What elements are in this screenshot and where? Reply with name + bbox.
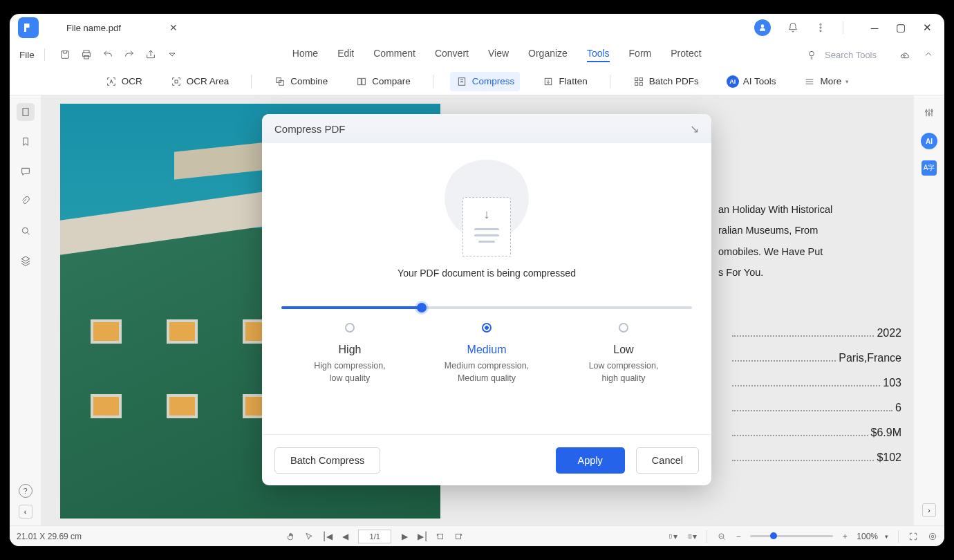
search-tools[interactable]: Search Tools — [825, 50, 877, 60]
app-logo — [18, 17, 39, 38]
tab-form[interactable]: Form — [629, 48, 652, 62]
svg-rect-10 — [279, 80, 284, 85]
bell-icon[interactable] — [787, 22, 798, 33]
svg-rect-15 — [635, 77, 637, 80]
tab-edit[interactable]: Edit — [337, 48, 354, 62]
cloud-icon[interactable] — [897, 48, 910, 62]
svg-point-20 — [22, 227, 28, 233]
rotate-right-icon[interactable] — [453, 532, 463, 541]
print-icon[interactable] — [80, 48, 93, 62]
comment-icon[interactable] — [17, 162, 35, 180]
radio-low[interactable] — [619, 323, 628, 333]
dialog-title: Compress PDF — [274, 123, 346, 135]
ai-tools-button[interactable]: AI AI Tools — [721, 72, 782, 91]
tab-organize[interactable]: Organize — [528, 48, 568, 62]
option-high[interactable]: High High compression,low quality — [291, 323, 409, 384]
first-page-icon[interactable]: ⎮◀ — [322, 532, 332, 541]
page-dimensions: 21.01 X 29.69 cm — [17, 532, 82, 541]
select-tool-icon[interactable] — [304, 532, 314, 541]
zoom-plus-icon[interactable]: + — [840, 532, 850, 541]
compare-button[interactable]: Compare — [350, 72, 416, 91]
dialog-close-icon[interactable]: ↘ — [690, 122, 699, 136]
flatten-icon — [542, 75, 554, 88]
help-icon[interactable]: ? — [19, 484, 32, 498]
compress-dialog: Compress PDF ↘ ↓ Your PDF document is be… — [262, 114, 711, 485]
apply-button[interactable]: Apply — [556, 447, 625, 474]
kebab-menu-icon[interactable] — [815, 22, 826, 33]
zoom-minus-icon[interactable]: − — [733, 532, 743, 541]
next-page-icon[interactable]: ▶ — [400, 532, 409, 541]
fullscreen-icon[interactable] — [908, 532, 918, 541]
page-number-input[interactable]: 1/1 — [358, 530, 391, 543]
translate-icon[interactable]: A字 — [922, 160, 937, 176]
redo-icon[interactable] — [123, 48, 136, 62]
combine-button[interactable]: Combine — [268, 72, 333, 91]
share-icon[interactable] — [144, 48, 158, 62]
maximize-button[interactable]: ▢ — [896, 23, 906, 32]
dropdown-icon[interactable] — [166, 48, 179, 62]
tab-comment[interactable]: Comment — [373, 48, 415, 62]
last-page-icon[interactable]: ▶⎮ — [418, 532, 427, 541]
svg-point-7 — [809, 51, 814, 56]
ai-assistant-icon[interactable]: AI — [921, 133, 937, 149]
minimize-button[interactable]: ─ — [870, 23, 879, 32]
close-window-button[interactable]: ✕ — [922, 23, 932, 32]
ocr-button[interactable]: OCR — [100, 72, 148, 91]
svg-point-29 — [929, 533, 935, 539]
settings-icon[interactable] — [920, 104, 938, 122]
compress-button[interactable]: Compress — [450, 72, 521, 91]
fit-page-icon[interactable]: ▾ — [687, 532, 697, 541]
option-medium[interactable]: Medium Medium compression,Medium quality — [428, 323, 545, 384]
compress-icon — [456, 75, 468, 88]
batch-compress-button[interactable]: Batch Compress — [274, 447, 380, 474]
svg-rect-11 — [358, 78, 362, 84]
batch-pdfs-button[interactable]: Batch PDFs — [627, 72, 704, 91]
reading-mode-icon[interactable] — [928, 532, 937, 541]
fit-width-icon[interactable]: ▾ — [668, 532, 677, 541]
zoom-out-icon[interactable] — [717, 532, 727, 541]
svg-rect-12 — [362, 78, 366, 84]
tab-tools[interactable]: Tools — [587, 48, 610, 62]
lightbulb-icon[interactable] — [805, 48, 818, 62]
thumbnails-icon[interactable] — [17, 103, 35, 121]
slider-thumb[interactable] — [417, 303, 427, 312]
tab-close-icon[interactable]: ✕ — [169, 22, 178, 33]
bookmark-icon[interactable] — [17, 133, 35, 151]
batch-icon — [633, 75, 645, 88]
prev-page-icon[interactable]: ◀ — [340, 532, 350, 541]
svg-rect-25 — [456, 534, 461, 539]
hand-tool-icon[interactable] — [286, 532, 296, 541]
save-icon[interactable] — [59, 48, 72, 62]
ai-icon: AI — [727, 75, 739, 88]
ocr-area-button[interactable]: OCR Area — [165, 72, 235, 91]
undo-icon[interactable] — [102, 48, 115, 62]
attachment-icon[interactable] — [17, 192, 35, 210]
radio-medium[interactable] — [482, 323, 492, 333]
more-icon — [803, 75, 816, 88]
ocr-icon — [105, 75, 118, 88]
radio-high[interactable] — [345, 323, 355, 333]
zoom-slider[interactable] — [750, 535, 833, 537]
layers-icon[interactable] — [17, 252, 35, 270]
user-avatar[interactable] — [754, 19, 771, 36]
expand-right-icon[interactable]: › — [922, 503, 936, 517]
tab-view[interactable]: View — [488, 48, 509, 62]
tab-protect[interactable]: Protect — [671, 48, 701, 62]
option-low[interactable]: Low Low compression,high quality — [565, 323, 682, 384]
svg-point-1 — [820, 27, 821, 28]
svg-rect-26 — [670, 534, 672, 538]
search-icon[interactable] — [17, 222, 35, 240]
tab-file[interactable]: File name.pdf ✕ — [57, 16, 187, 39]
expand-left-icon[interactable]: ‹ — [19, 505, 32, 519]
more-button[interactable]: More ▾ — [798, 72, 854, 91]
cancel-button[interactable]: Cancel — [636, 447, 699, 474]
flatten-button[interactable]: Flatten — [536, 72, 592, 91]
rotate-left-icon[interactable] — [436, 532, 445, 541]
file-menu[interactable]: File — [19, 50, 35, 60]
collapse-icon[interactable] — [922, 48, 935, 62]
svg-rect-18 — [639, 82, 642, 85]
svg-point-22 — [928, 113, 930, 115]
compression-slider[interactable] — [281, 306, 692, 309]
tab-home[interactable]: Home — [292, 48, 318, 62]
tab-convert[interactable]: Convert — [435, 48, 469, 62]
